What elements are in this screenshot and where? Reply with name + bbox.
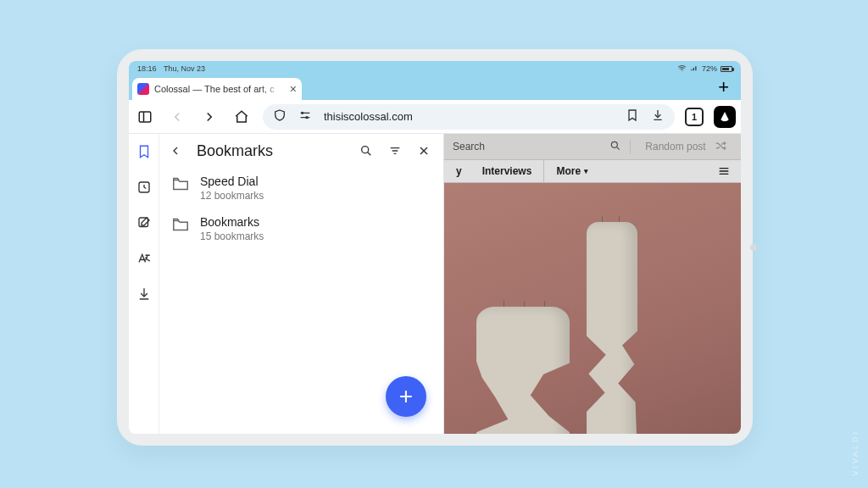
- sidebar-history-button[interactable]: [135, 178, 153, 197]
- battery-percent: 72%: [702, 64, 717, 73]
- panel-back-button[interactable]: [164, 144, 186, 158]
- url-text: thisiscolossal.com: [324, 110, 614, 123]
- home-button[interactable]: [231, 106, 253, 128]
- sidebar-downloads-button[interactable]: [135, 285, 153, 303]
- tab-strip: Colossal — The best of art, c × +: [129, 76, 741, 100]
- folder-icon: [171, 215, 190, 237]
- vivaldi-menu-button[interactable]: [714, 106, 736, 128]
- back-button[interactable]: [166, 106, 188, 128]
- folder-count: 12 bookmarks: [200, 190, 264, 202]
- bookmarks-panel: Bookmarks Speed Di: [159, 134, 444, 434]
- panel-filter-button[interactable]: [384, 144, 406, 158]
- panel-header: Bookmarks: [159, 134, 443, 168]
- status-bar: 18:16 Thu, Nov 23 72%: [129, 61, 741, 76]
- screen: 18:16 Thu, Nov 23 72% Colossal — The bes…: [129, 61, 741, 434]
- panel-close-button[interactable]: [413, 144, 435, 158]
- new-tab-button[interactable]: +: [713, 75, 734, 100]
- browser-tab[interactable]: Colossal — The best of art, c ×: [132, 78, 302, 100]
- tab-count-button[interactable]: 1: [685, 108, 704, 126]
- address-bar[interactable]: thisiscolossal.com: [263, 104, 675, 130]
- tab-count-value: 1: [692, 112, 697, 122]
- plus-icon: +: [718, 76, 729, 97]
- sidebar-bookmarks-button[interactable]: [135, 142, 153, 161]
- add-bookmark-fab[interactable]: +: [386, 376, 426, 417]
- side-rail: [129, 134, 159, 434]
- shield-icon[interactable]: [273, 108, 287, 125]
- bookmark-icon[interactable]: [626, 108, 639, 125]
- panel-toggle-button[interactable]: [134, 106, 156, 128]
- svg-line-11: [368, 152, 371, 156]
- sidebar-notes-button[interactable]: [135, 214, 153, 232]
- signal-icon: [690, 64, 698, 74]
- folder-name: Speed Dial: [200, 175, 264, 188]
- vivaldi-watermark: VIVALDI: [851, 430, 860, 476]
- dim-overlay: [444, 134, 741, 434]
- status-date: Thu, Nov 23: [164, 64, 205, 73]
- folder-icon: [171, 175, 190, 197]
- wifi-icon: [677, 64, 687, 75]
- folder-count: 15 bookmarks: [200, 230, 264, 242]
- forward-button[interactable]: [198, 106, 220, 128]
- toolbar: thisiscolossal.com 1: [129, 100, 741, 134]
- page-content[interactable]: Search Random post y Interviews: [444, 134, 741, 434]
- tablet-frame: 18:16 Thu, Nov 23 72% Colossal — The bes…: [117, 49, 753, 446]
- download-icon[interactable]: [651, 108, 665, 125]
- panel-title: Bookmarks: [193, 142, 348, 160]
- status-time: 18:16: [137, 64, 157, 73]
- plus-icon: +: [399, 383, 413, 410]
- folder-name: Bookmarks: [200, 215, 264, 229]
- body-area: Bookmarks Speed Di: [129, 134, 741, 434]
- folder-item[interactable]: Speed Dial 12 bookmarks: [159, 168, 443, 208]
- svg-point-10: [362, 147, 369, 153]
- tab-favicon: [137, 83, 149, 95]
- close-tab-icon[interactable]: ×: [290, 83, 297, 95]
- folder-item[interactable]: Bookmarks 15 bookmarks: [159, 208, 443, 249]
- battery-icon: [721, 66, 732, 72]
- panel-search-button[interactable]: [355, 144, 377, 158]
- svg-rect-0: [139, 112, 151, 122]
- camera-dot: [750, 244, 757, 251]
- site-settings-icon[interactable]: [298, 108, 312, 125]
- sidebar-translate-button[interactable]: [135, 249, 153, 268]
